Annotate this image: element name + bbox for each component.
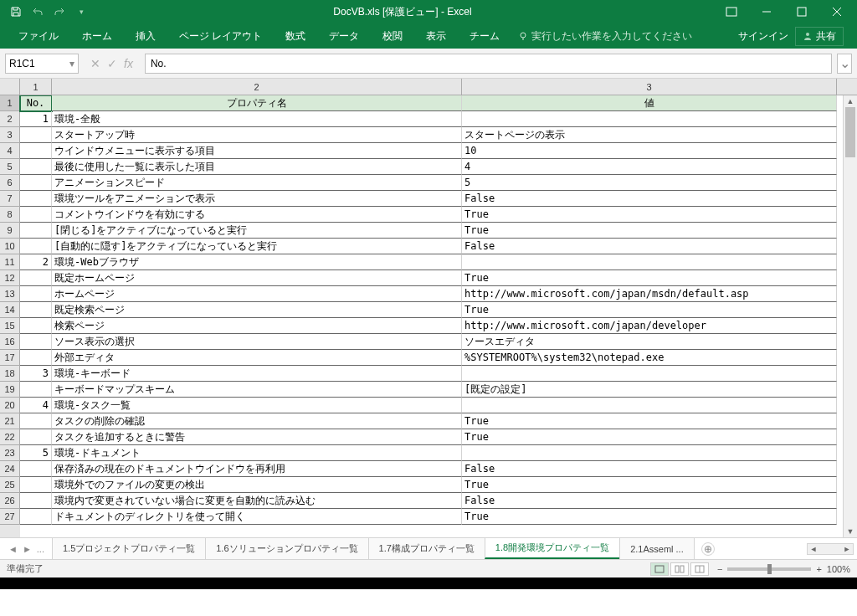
cell[interactable] [20,175,52,191]
cell[interactable]: True [462,413,837,429]
maximize-button[interactable] [785,2,819,22]
cancel-button[interactable]: ✕ [90,57,100,70]
tab-insert[interactable]: 挿入 [124,23,167,49]
page-break-view-button[interactable] [690,562,709,576]
cell[interactable]: タスクの削除の確認 [52,413,462,429]
zoom-out-button[interactable]: − [717,564,722,574]
cell[interactable]: 外部エディタ [52,350,462,366]
cell[interactable] [20,270,52,286]
name-box[interactable]: R1C1 ▾ [5,54,79,74]
tab-review[interactable]: 校閲 [371,23,414,49]
cell[interactable] [20,286,52,302]
vertical-scrollbar[interactable]: ▲ ▼ [843,95,857,537]
cell[interactable] [20,302,52,318]
cell[interactable] [20,318,52,334]
cell[interactable]: 保存済みの現在のドキュメントウインドウを再利用 [52,461,462,477]
cell[interactable] [20,509,52,525]
ribbon-display-icon[interactable] [715,2,748,22]
cell[interactable]: スタートアップ時 [52,127,462,143]
row-header[interactable]: 5 [0,159,20,175]
sheet-tab[interactable]: 1.8開発環境プロパティ一覧 [485,538,620,559]
tab-team[interactable]: チーム [458,23,511,49]
row-header[interactable]: 21 [0,413,20,429]
scroll-thumb[interactable] [845,107,855,157]
cell[interactable]: 5 [20,445,52,461]
qat-customize-icon[interactable]: ▾ [72,3,90,21]
row-header[interactable]: 16 [0,334,20,350]
cell[interactable]: ウインドウメニューに表示する項目 [52,143,462,159]
insert-function-button[interactable]: fx [124,57,133,70]
cell[interactable] [20,493,52,509]
cell[interactable]: コメントウインドウを有効にする [52,207,462,223]
cell[interactable] [20,413,52,429]
cell[interactable] [20,127,52,143]
cell[interactable]: ソースエディタ [462,334,837,350]
cell[interactable]: 既定ホームページ [52,270,462,286]
cell[interactable]: 2 [20,254,52,270]
tab-home[interactable]: ホーム [70,23,124,49]
cell[interactable] [20,207,52,223]
row-header[interactable]: 15 [0,318,20,334]
cell[interactable] [20,159,52,175]
cell[interactable]: 4 [20,398,52,413]
sheet-tab[interactable]: 1.6ソリューションプロパティ一覧 [205,538,368,559]
cell[interactable]: True [462,223,837,239]
zoom-thumb[interactable] [767,564,772,574]
row-header[interactable]: 24 [0,461,20,477]
cell[interactable] [462,445,837,461]
row-header[interactable]: 13 [0,286,20,302]
cell[interactable] [20,143,52,159]
zoom-slider[interactable] [727,567,811,571]
row-header[interactable]: 17 [0,350,20,366]
cell[interactable]: アニメーションスピード [52,175,462,191]
minimize-button[interactable] [750,2,783,22]
cell[interactable]: 4 [462,159,837,175]
row-header[interactable]: 23 [0,445,20,461]
cell[interactable]: False [462,239,837,254]
cell[interactable]: True [462,477,837,493]
cell[interactable]: True [462,302,837,318]
cell[interactable]: キーボードマップスキーム [52,382,462,398]
row-header[interactable]: 25 [0,477,20,493]
column-header[interactable]: 2 [52,79,462,95]
row-header[interactable]: 2 [0,111,20,127]
save-icon[interactable] [7,3,25,21]
row-header[interactable]: 6 [0,175,20,191]
row-header[interactable]: 8 [0,207,20,223]
cell[interactable]: http://www.microsoft.com/japan/developer [462,318,837,334]
tab-file[interactable]: ファイル [7,23,70,49]
cells-area[interactable]: No.プロパティ名値1環境-全般スタートアップ時スタートページの表示ウインドウメ… [20,95,857,537]
sheet-nav-first-icon[interactable]: ◄ [8,544,18,554]
scroll-down-icon[interactable]: ▼ [844,526,857,537]
cell[interactable]: True [462,207,837,223]
tab-view[interactable]: 表示 [414,23,458,49]
row-header[interactable]: 27 [0,509,20,525]
cell[interactable]: True [462,429,837,445]
formula-input[interactable]: No. [145,54,832,74]
sign-in-link[interactable]: サインイン [738,29,788,44]
zoom-level[interactable]: 100% [827,564,850,574]
row-header[interactable]: 3 [0,127,20,143]
cell[interactable] [20,191,52,207]
cell[interactable] [462,111,837,127]
cell[interactable]: False [462,461,837,477]
cell[interactable]: ホームページ [52,286,462,302]
cell[interactable]: 環境-キーボード [52,366,462,382]
cell[interactable] [20,477,52,493]
cell[interactable] [20,429,52,445]
cell[interactable]: 環境-Webブラウザ [52,254,462,270]
tab-formulas[interactable]: 数式 [274,23,317,49]
sheet-tab[interactable]: 1.7構成プロパティ一覧 [368,538,485,559]
row-header[interactable]: 4 [0,143,20,159]
cell[interactable]: %SYSTEMROOT%\system32\notepad.exe [462,350,837,366]
cell[interactable]: 10 [462,143,837,159]
cell[interactable] [462,398,837,413]
tell-me-search[interactable]: 実行したい作業を入力してください [518,29,692,44]
cell[interactable] [20,382,52,398]
cell[interactable]: http://www.microsoft.com/japan/msdn/defa… [462,286,837,302]
share-button[interactable]: 共有 [795,27,844,46]
cell[interactable]: True [462,509,837,525]
cell[interactable] [20,461,52,477]
cell[interactable]: 1 [20,111,52,127]
row-header[interactable]: 12 [0,270,20,286]
